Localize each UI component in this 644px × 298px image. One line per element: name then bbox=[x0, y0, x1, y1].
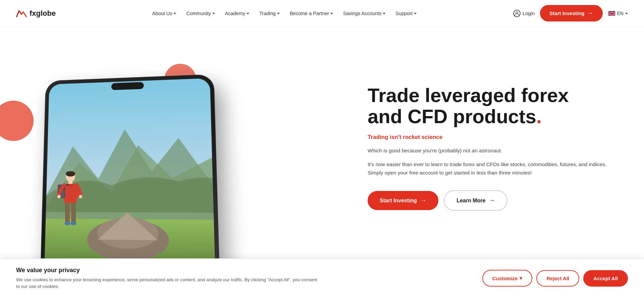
hero-cta-buttons: Start Investing → Learn More → bbox=[368, 190, 617, 211]
chevron-down-icon bbox=[247, 13, 249, 14]
nav-link-community[interactable]: Community bbox=[182, 8, 219, 19]
cookie-banner-inner: We value your privacy We use cookies to … bbox=[16, 267, 628, 269]
hero-content: Trade leveraged forex and CFD products. … bbox=[354, 64, 644, 231]
arrow-right-icon: → bbox=[489, 197, 495, 204]
language-selector[interactable]: EN bbox=[608, 11, 628, 16]
hero-visual bbox=[0, 27, 354, 268]
svg-point-15 bbox=[79, 195, 82, 198]
cookie-title: We value your privacy bbox=[16, 267, 482, 269]
hero-description-2: It's now easier than ever to learn to tr… bbox=[368, 160, 617, 177]
language-chevron-icon bbox=[625, 13, 628, 14]
svg-point-19 bbox=[70, 222, 76, 225]
logo-link[interactable]: fxglobe bbox=[16, 9, 56, 18]
hero-description-1: Which is good because you're (probably) … bbox=[368, 147, 617, 155]
flag-icon bbox=[608, 11, 615, 16]
svg-rect-16 bbox=[65, 203, 70, 223]
svg-point-18 bbox=[64, 222, 70, 225]
nav-link-partner[interactable]: Become a Partner bbox=[286, 8, 337, 19]
nav-link-academy[interactable]: Academy bbox=[221, 8, 253, 19]
headline-dot: . bbox=[536, 105, 542, 127]
nav-link-savings[interactable]: Savings Accounts bbox=[339, 8, 389, 19]
logo-icon bbox=[16, 9, 27, 18]
navbar-start-investing-button[interactable]: Start Investing → bbox=[540, 5, 602, 21]
chevron-down-icon bbox=[173, 13, 176, 14]
logo-text: fxglobe bbox=[30, 9, 56, 18]
nav-item-community: Community bbox=[182, 8, 219, 19]
hero-learn-more-button[interactable]: Learn More → bbox=[444, 190, 507, 211]
nav-item-partner: Become a Partner bbox=[286, 8, 337, 19]
hero-tagline: Trading isn't rocket science bbox=[368, 134, 617, 141]
person-figure bbox=[44, 146, 97, 268]
chevron-down-icon bbox=[212, 13, 215, 14]
login-button[interactable]: Login bbox=[513, 10, 535, 17]
navbar: fxglobe About Us Community Academy Tradi… bbox=[0, 0, 644, 27]
nav-item-trading: Trading bbox=[255, 8, 284, 19]
chevron-down-icon bbox=[383, 13, 385, 14]
cookie-text-area: We value your privacy We use cookies to … bbox=[16, 267, 482, 269]
phone-notch bbox=[111, 82, 144, 90]
nav-item-savings: Savings Accounts bbox=[339, 8, 389, 19]
svg-point-0 bbox=[516, 12, 518, 14]
nav-item-academy: Academy bbox=[221, 8, 253, 19]
nav-item-about: About Us bbox=[148, 8, 180, 19]
arrow-right-icon: → bbox=[420, 197, 426, 204]
nav-links: About Us Community Academy Trading B bbox=[148, 8, 421, 19]
chevron-down-icon bbox=[330, 13, 333, 14]
nav-link-about[interactable]: About Us bbox=[148, 8, 180, 19]
cookie-banner: We value your privacy We use cookies to … bbox=[0, 258, 644, 269]
arrow-right-icon: → bbox=[587, 10, 593, 17]
hero-start-investing-button[interactable]: Start Investing → bbox=[368, 191, 438, 210]
hero-headline: Trade leveraged forex and CFD products. bbox=[368, 85, 617, 128]
svg-rect-17 bbox=[71, 203, 76, 223]
hero-section: Trade leveraged forex and CFD products. … bbox=[0, 27, 644, 268]
nav-right: Login Start Investing → EN bbox=[513, 5, 628, 21]
svg-rect-11 bbox=[68, 181, 72, 184]
user-icon bbox=[513, 10, 521, 17]
nav-link-support[interactable]: Support bbox=[391, 8, 421, 19]
svg-point-14 bbox=[57, 195, 61, 198]
svg-point-10 bbox=[66, 171, 75, 177]
decorative-circle-left bbox=[0, 101, 34, 141]
chevron-down-icon bbox=[277, 13, 280, 14]
nav-item-support: Support bbox=[391, 8, 421, 19]
chevron-down-icon bbox=[414, 13, 417, 14]
nav-link-trading[interactable]: Trading bbox=[255, 8, 284, 19]
